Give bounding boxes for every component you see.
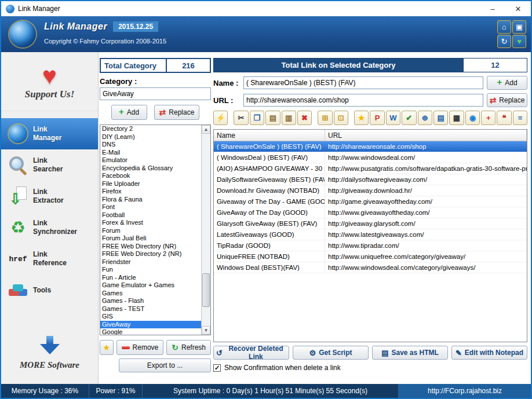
category-item[interactable]: File Uploader: [100, 180, 201, 188]
add-link-button[interactable]: Add: [487, 76, 527, 90]
category-item[interactable]: FREE Web Directory 2 (NR): [100, 250, 201, 258]
category-item[interactable]: DIY (Learn): [100, 133, 201, 141]
(AIO) ASHAMPOO GIVEAWAY - 30 SO[interactable]: (AIO) ASHAMPOO GIVEAWAY - 30 SO http://w…: [214, 163, 527, 174]
DailySoftwareGiveaway (BEST) (FAV)[interactable]: DailySoftwareGiveaway (BEST) (FAV) http:…: [214, 174, 527, 185]
category-item[interactable]: Football: [100, 211, 201, 219]
list-icon[interactable]: ≡: [513, 111, 527, 125]
category-item[interactable]: Game Emulator + Games: [100, 281, 201, 290]
category-item[interactable]: Forum Jual Beli: [100, 235, 201, 243]
qrcode-icon[interactable]: ▦: [449, 111, 464, 125]
export-pdf-icon[interactable]: P: [370, 111, 384, 125]
comment-icon[interactable]: ❝: [497, 111, 511, 125]
column-header-name[interactable]: Name: [214, 130, 325, 141]
monitor-icon[interactable]: ▣: [512, 20, 526, 34]
edit-category-icon[interactable]: ⊡: [334, 111, 348, 125]
add-category-button[interactable]: Add: [111, 105, 147, 120]
scroll-down-arrow-icon[interactable]: [202, 326, 210, 335]
nav-link-synchronizer[interactable]: Link Synchronizer: [1, 212, 98, 243]
link-header: Total Link on Selected Category 12: [213, 58, 527, 72]
edit-with-notepad-button[interactable]: ✎ Edit with Notepad: [451, 346, 527, 360]
category-list-scrollbar[interactable]: [201, 125, 210, 335]
GiveAway of The Day (GOOD)[interactable]: GiveAway of The Day (GOOD) http://www.gi…: [214, 207, 527, 218]
nav-link-searcher[interactable]: Link Searcher: [1, 149, 98, 181]
category-item[interactable]: Forum: [100, 227, 201, 235]
add-red-icon[interactable]: +: [481, 111, 495, 125]
export-word-icon[interactable]: W: [386, 111, 400, 125]
flash-icon[interactable]: ⚡: [213, 111, 228, 125]
column-header-url[interactable]: URL: [325, 130, 527, 141]
more-software[interactable]: MORE Software: [1, 336, 98, 370]
plus-icon: [497, 79, 502, 87]
category-item[interactable]: Google: [100, 328, 201, 335]
home-icon[interactable]: ⌂: [497, 20, 511, 34]
category-item[interactable]: GiveAway: [100, 321, 201, 329]
donate-heart-icon[interactable]: ♥: [512, 35, 526, 48]
validate-link-icon[interactable]: ⊕: [418, 111, 432, 125]
delete-link-icon[interactable]: ✖: [297, 111, 312, 125]
confirm-delete-checkbox[interactable]: [213, 364, 221, 372]
category-item[interactable]: Friendster: [100, 258, 201, 266]
link-url-input[interactable]: [243, 94, 483, 107]
window: Link Manager – ✕ Link Manager 2015.12.25…: [0, 0, 532, 399]
( WindowsDeal ) (BEST) (FAV)[interactable]: ( WindowsDeal ) (BEST) (FAV) http://www.…: [214, 152, 527, 163]
category-item[interactable]: Flora & Fauna: [100, 196, 201, 204]
category-item[interactable]: GIS: [100, 313, 201, 321]
UniqueFREE (NOTBAD)[interactable]: UniqueFREE (NOTBAD) http://www.uniquefre…: [214, 251, 527, 262]
nav-link-extractor[interactable]: Link Extractor: [1, 181, 98, 212]
LatestGiveaways (GOOD)[interactable]: LatestGiveaways (GOOD) http://www.latest…: [214, 229, 527, 240]
category-item[interactable]: Firefox: [100, 188, 201, 196]
get-script-button[interactable]: ⚙ Get Script: [293, 346, 369, 360]
category-item[interactable]: Encyclopedia & Glossary: [100, 164, 201, 173]
category-item[interactable]: Facebook: [100, 172, 201, 180]
browser-icon[interactable]: ◉: [465, 111, 480, 125]
category-item[interactable]: Forex & Invest: [100, 219, 201, 227]
category-input[interactable]: [100, 87, 211, 100]
nav-link-manager[interactable]: Link Manager: [1, 118, 98, 149]
new-category-icon[interactable]: ⊞: [318, 111, 332, 125]
scroll-thumb[interactable]: [202, 273, 210, 307]
replace-link-button[interactable]: Replace: [487, 93, 527, 107]
category-item[interactable]: Fun: [100, 266, 201, 274]
replace-category-button[interactable]: Replace: [154, 105, 200, 120]
category-item[interactable]: DNS: [100, 141, 201, 149]
sync-icon[interactable]: ↻: [497, 35, 511, 48]
Glarysoft GiveAway (BEST) (FAV)[interactable]: Glarysoft GiveAway (BEST) (FAV) http://g…: [214, 218, 527, 229]
paste-icon[interactable]: ▤: [265, 111, 280, 125]
support-us-panel[interactable]: Support Us!: [1, 52, 98, 111]
category-item[interactable]: Emulator: [100, 156, 201, 164]
export-button[interactable]: Export to ...: [119, 358, 211, 372]
category-item[interactable]: E-Mail: [100, 149, 201, 157]
close-button[interactable]: ✕: [505, 1, 531, 16]
category-item[interactable]: Font: [100, 203, 201, 211]
remove-category-button[interactable]: Remove: [116, 340, 164, 355]
favorite-icon[interactable]: ★: [354, 111, 369, 125]
( SharewareOnSale ) (BEST) (FAV)[interactable]: ( SharewareOnSale ) (BEST) (FAV) http://…: [214, 141, 527, 152]
site-link[interactable]: http://FCorp.rajahost.biz: [399, 384, 531, 398]
category-item[interactable]: Games: [100, 290, 201, 298]
Download.hr Giveaway (NOTBAD)[interactable]: Download.hr Giveaway (NOTBAD) http://giv…: [214, 185, 527, 196]
paste-link-icon[interactable]: ▥: [282, 111, 296, 125]
minimize-button[interactable]: –: [480, 1, 505, 16]
save-as-html-button[interactable]: ▤ Save as HTML: [372, 346, 448, 360]
notes-icon[interactable]: ▤: [433, 111, 448, 125]
Giveaway of The Day - GAME (GOOD)[interactable]: Giveaway of The Day - GAME (GOOD) http:/…: [214, 196, 527, 207]
total-category-label: Total Category: [101, 59, 166, 72]
Windows Deal (BEST)(FAV)[interactable]: Windows Deal (BEST)(FAV) http://www.wind…: [214, 262, 527, 273]
spellcheck-icon[interactable]: ✔: [402, 111, 416, 125]
favorite-category-button[interactable]: [100, 340, 114, 355]
scroll-up-arrow-icon[interactable]: [202, 125, 210, 134]
cut-icon[interactable]: ✂: [234, 111, 248, 125]
category-item[interactable]: Fun - Article: [100, 274, 201, 282]
confirm-delete-label: Show Confirmation when delete a link: [224, 364, 341, 372]
nav-link-reference[interactable]: Link Reference: [1, 243, 98, 274]
category-item[interactable]: FREE Web Directory (NR): [100, 243, 201, 251]
category-item[interactable]: Games - Flash: [100, 297, 201, 305]
category-item[interactable]: Games - TEST: [100, 305, 201, 313]
link-name-input[interactable]: [243, 76, 483, 89]
nav-tools[interactable]: Tools: [1, 274, 98, 306]
category-item[interactable]: Directory 2: [100, 125, 201, 133]
recover-deleted-link-button[interactable]: ↺ Recover Deleted Link: [213, 346, 289, 360]
TipRadar (GOOD)[interactable]: TipRadar (GOOD) http://www.tipradar.com/: [214, 240, 527, 251]
refresh-category-button[interactable]: Refresh: [166, 340, 211, 355]
copy-icon[interactable]: ❐: [250, 111, 264, 125]
